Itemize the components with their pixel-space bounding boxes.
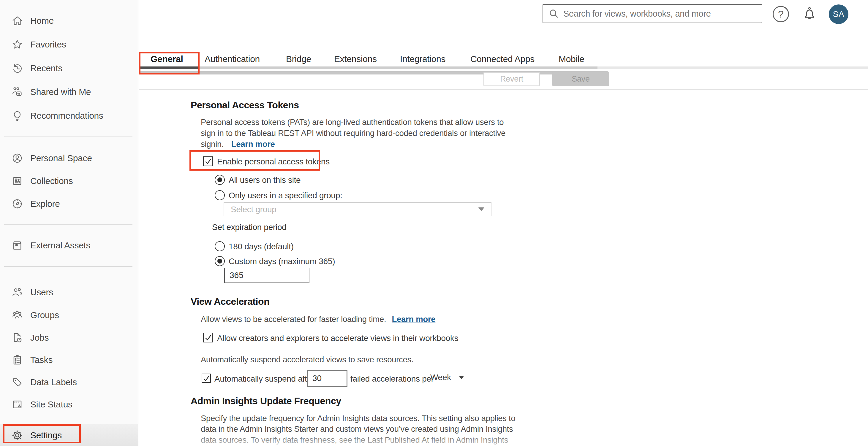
sidebar-item-label: Favorites — [30, 39, 66, 49]
section-title-view-acceleration: View Acceleration — [191, 296, 269, 307]
pat-description-line: signin. Learn more — [201, 139, 275, 149]
section-title-admin-insights: Admin Insights Update Frequency — [191, 396, 341, 407]
sidebar-item-data-labels[interactable]: Data Labels — [0, 371, 138, 393]
search-icon — [549, 8, 559, 19]
tab-integrations[interactable]: Integrations — [400, 54, 445, 64]
user-avatar[interactable]: SA — [829, 4, 848, 24]
section-title-personal-access-tokens: Personal Access Tokens — [191, 100, 299, 111]
radio-180-days-label[interactable]: 180 days (default) — [229, 242, 294, 251]
groups-icon — [11, 309, 23, 321]
sidebar-item-groups[interactable]: Groups — [0, 304, 138, 327]
revert-button[interactable]: Revert — [484, 72, 540, 86]
allow-acceleration-checkbox-label[interactable]: Allow creators and explorers to accelera… — [217, 334, 459, 343]
suspend-description: Automatically suspend accelerated views … — [201, 355, 413, 365]
sidebar-item-site-status[interactable]: Site Status — [0, 393, 138, 416]
clipboard-list-icon — [11, 354, 23, 366]
sidebar-item-label: Explore — [30, 199, 60, 209]
sidebar-item-label: Shared with Me — [30, 87, 91, 97]
star-icon — [11, 39, 23, 50]
sidebar-item-label: Jobs — [30, 333, 49, 343]
sidebar-item-external-assets[interactable]: External Assets — [0, 234, 138, 257]
collections-grid-icon — [11, 175, 23, 187]
checkmark-icon — [204, 334, 212, 342]
tab-underline-track — [199, 66, 597, 69]
sidebar-item-settings[interactable]: Settings — [0, 424, 138, 446]
sidebar-item-label: Collections — [30, 176, 73, 186]
lightbulb-icon — [11, 110, 23, 122]
home-icon — [11, 15, 23, 27]
search-placeholder: Search for views, workbooks, and more — [563, 9, 711, 19]
shared-people-icon — [11, 86, 23, 98]
window-status-icon — [11, 399, 23, 410]
radio-all-users[interactable] — [215, 175, 225, 185]
sidebar-item-recommendations[interactable]: Recommendations — [0, 104, 138, 127]
sidebar-item-label: Groups — [30, 310, 59, 320]
sidebar-item-home[interactable]: Home — [0, 9, 138, 32]
history-clock-icon — [11, 62, 23, 74]
tab-connected-apps[interactable]: Connected Apps — [470, 54, 534, 64]
sidebar-item-personal-space[interactable]: Personal Space — [0, 147, 138, 169]
tab-bridge[interactable]: Bridge — [286, 54, 311, 64]
admin-insights-description-line: data sources. To verify data freshness, … — [201, 435, 508, 445]
sidebar-item-shared-with-me[interactable]: Shared with Me — [0, 81, 138, 103]
pat-description-line: Personal access tokens (PATs) are long-l… — [201, 117, 504, 127]
expiration-period-label: Set expiration period — [212, 222, 286, 232]
checkmark-icon — [203, 375, 210, 382]
sidebar-divider — [4, 266, 132, 267]
notifications-bell-icon[interactable] — [802, 6, 817, 22]
sidebar-item-label: Users — [30, 287, 53, 297]
selected-tab-indicator — [140, 66, 199, 69]
radio-specified-group[interactable] — [215, 190, 225, 200]
admin-insights-description-line: Specify the update frequency for Admin I… — [201, 414, 515, 423]
sidebar-item-label: Settings — [30, 430, 62, 440]
group-select[interactable]: Select group — [224, 202, 492, 216]
tab-mobile[interactable]: Mobile — [559, 54, 584, 64]
sidebar-item-recents[interactable]: Recents — [0, 57, 138, 79]
radio-all-users-label[interactable]: All users on this site — [229, 175, 301, 185]
sidebar-item-explore[interactable]: Explore — [0, 193, 138, 215]
radio-custom-days-label[interactable]: Custom days (maximum 365) — [229, 257, 335, 266]
sidebar-item-label: Personal Space — [30, 153, 92, 163]
tag-icon — [11, 376, 23, 388]
group-select-placeholder: Select group — [231, 205, 478, 214]
auto-suspend-prefix-label[interactable]: Automatically suspend after — [214, 374, 314, 384]
person-circle-icon — [11, 152, 23, 164]
period-dropdown-value: Week — [430, 373, 451, 382]
content-top-divider — [139, 89, 868, 90]
tab-extensions[interactable]: Extensions — [334, 54, 377, 64]
radio-custom-days[interactable] — [215, 256, 225, 266]
pat-learn-more-link[interactable]: Learn more — [231, 139, 275, 149]
tab-underline-track-end — [597, 66, 868, 69]
help-icon[interactable]: ? — [773, 6, 789, 22]
tab-general[interactable]: General — [151, 54, 183, 64]
enable-pat-checkbox-label[interactable]: Enable personal access tokens — [217, 157, 330, 167]
sidebar-item-label: Recents — [30, 63, 62, 73]
radio-specified-group-label[interactable]: Only users in a specified group: — [229, 191, 342, 200]
document-clock-icon — [11, 332, 23, 344]
period-dropdown[interactable]: Week — [430, 373, 464, 382]
enable-pat-checkbox[interactable] — [203, 157, 213, 166]
search-input[interactable]: Search for views, workbooks, and more — [542, 4, 762, 23]
sidebar-item-jobs[interactable]: Jobs — [0, 327, 138, 349]
tab-authentication[interactable]: Authentication — [205, 54, 260, 64]
sidebar: Home Favorites Recents Shared with Me Re — [0, 0, 138, 446]
sidebar-item-label: Recommendations — [30, 111, 103, 121]
failed-accelerations-input[interactable] — [307, 370, 347, 387]
auto-suspend-checkbox[interactable] — [202, 374, 211, 383]
tableau-settings-page: Home Favorites Recents Shared with Me Re — [0, 0, 868, 446]
radio-180-days[interactable] — [215, 241, 225, 251]
custom-days-input[interactable] — [224, 268, 309, 283]
auto-suspend-suffix-label: failed accelerations per — [350, 374, 434, 384]
sidebar-item-collections[interactable]: Collections — [0, 170, 138, 192]
chevron-down-icon — [478, 207, 484, 211]
sidebar-item-tasks[interactable]: Tasks — [0, 349, 138, 371]
sidebar-divider — [4, 224, 132, 225]
allow-acceleration-checkbox[interactable] — [203, 333, 213, 342]
sidebar-item-label: Site Status — [30, 400, 72, 410]
save-button[interactable]: Save — [552, 72, 609, 86]
sidebar-item-users[interactable]: Users — [0, 281, 138, 304]
users-icon — [11, 286, 23, 298]
sidebar-item-favorites[interactable]: Favorites — [0, 33, 138, 56]
view-acceleration-learn-more-link[interactable]: Learn more — [392, 314, 436, 324]
sidebar-item-label: Home — [30, 16, 54, 26]
